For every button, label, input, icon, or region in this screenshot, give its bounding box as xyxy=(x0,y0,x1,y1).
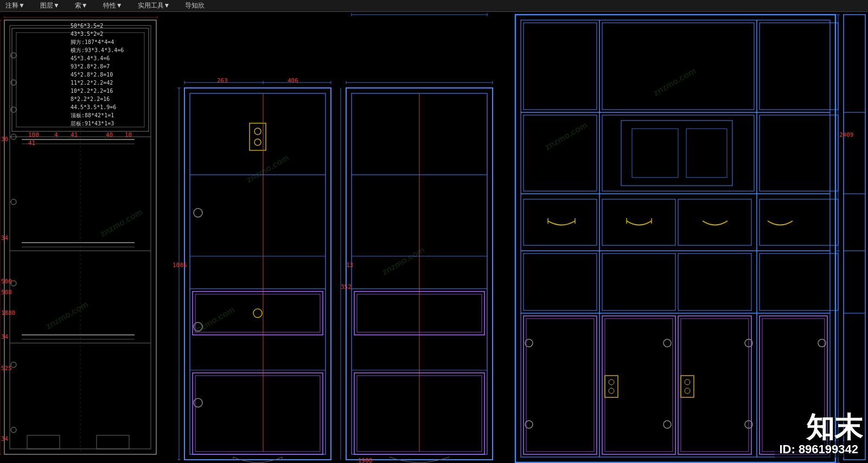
svg-rect-106 xyxy=(602,316,675,454)
svg-point-48 xyxy=(194,398,202,407)
svg-rect-50 xyxy=(195,294,320,332)
svg-point-125 xyxy=(685,388,690,394)
svg-rect-53 xyxy=(195,376,320,452)
svg-rect-103 xyxy=(760,253,838,310)
svg-point-124 xyxy=(685,379,690,385)
svg-point-114 xyxy=(663,339,671,347)
dim-4: 4 xyxy=(54,131,58,138)
dim-1086: 1086 xyxy=(173,262,187,269)
cad-canvas[interactable]: 50*6*3.5=2 43*3.5*2=2 脚方:187*4*4=4 横方:93… xyxy=(0,12,868,463)
svg-rect-93 xyxy=(678,199,751,245)
dim-263: 263 xyxy=(217,77,228,84)
svg-rect-94 xyxy=(760,199,838,245)
brand-name: 知末 xyxy=(775,413,863,441)
svg-rect-100 xyxy=(524,253,597,310)
svg-rect-86 xyxy=(621,120,732,186)
dim-side-508: 508 xyxy=(1,289,12,296)
svg-rect-109 xyxy=(681,319,749,452)
dim-100: 100 xyxy=(28,131,39,138)
dim-10: 10 xyxy=(125,131,132,138)
svg-rect-108 xyxy=(678,316,751,454)
dim-side-top: 30 xyxy=(1,136,8,143)
dim-41b: 41 xyxy=(71,131,78,138)
svg-point-8 xyxy=(11,199,16,205)
toolbar-index[interactable]: 索▼ xyxy=(72,0,91,11)
svg-point-44 xyxy=(254,128,261,135)
svg-rect-52 xyxy=(193,373,323,454)
toolbar: 注释▼ 图层▼ 索▼ 特性▼ 实用工具▼ 导知欣 xyxy=(0,0,868,12)
dim-side-34b: 34 xyxy=(1,333,8,340)
dim-406: 406 xyxy=(288,77,298,84)
dim-40: 40 xyxy=(106,131,113,138)
dim-2409: 2409 xyxy=(839,131,854,138)
svg-rect-79 xyxy=(524,23,597,110)
svg-rect-123 xyxy=(681,376,694,397)
svg-point-121 xyxy=(609,379,614,385)
svg-rect-105 xyxy=(526,319,594,452)
branding-block: 知末 ID: 896199342 xyxy=(775,413,863,458)
brand-id: ID: 896199342 xyxy=(775,441,863,458)
svg-point-45 xyxy=(254,139,261,145)
svg-rect-22 xyxy=(27,435,60,449)
svg-rect-81 xyxy=(760,23,838,110)
svg-rect-83 xyxy=(524,115,597,191)
svg-point-46 xyxy=(194,208,202,217)
svg-rect-104 xyxy=(524,316,597,454)
dim-side-34a: 34 xyxy=(1,234,8,242)
svg-rect-120 xyxy=(605,376,618,397)
dim-side-1880: 1880 xyxy=(1,309,16,316)
svg-rect-102 xyxy=(678,253,751,310)
svg-point-11 xyxy=(11,427,16,433)
svg-rect-107 xyxy=(605,319,673,452)
toolbar-annotation[interactable]: 注释▼ xyxy=(2,0,28,11)
svg-rect-92 xyxy=(602,199,675,245)
svg-rect-85 xyxy=(760,115,838,191)
svg-rect-23 xyxy=(97,435,129,449)
dim-41a: 41 xyxy=(28,139,35,147)
svg-point-122 xyxy=(609,388,614,394)
dim-side-525: 525 xyxy=(1,365,12,372)
dim-side-500: 500 xyxy=(1,278,12,285)
svg-rect-88 xyxy=(686,129,727,177)
svg-rect-31 xyxy=(190,93,326,454)
dim-13: 13 xyxy=(346,262,353,269)
svg-point-115 xyxy=(663,421,671,428)
svg-rect-87 xyxy=(632,129,678,177)
toolbar-layer[interactable]: 图层▼ xyxy=(37,0,63,11)
toolbar-utility[interactable]: 实用工具▼ xyxy=(135,0,174,11)
dim-side-34c: 34 xyxy=(1,435,8,442)
dim-352: 352 xyxy=(341,283,352,290)
bom-text-block: 50*6*3.5=2 43*3.5*2=2 脚方:187*4*4=4 横方:93… xyxy=(71,22,124,128)
svg-rect-130 xyxy=(844,15,865,460)
svg-rect-30 xyxy=(184,88,331,460)
svg-rect-101 xyxy=(602,253,675,310)
svg-rect-49 xyxy=(193,291,323,335)
svg-rect-80 xyxy=(602,23,754,110)
toolbar-properties[interactable]: 特性▼ xyxy=(100,0,126,11)
svg-rect-91 xyxy=(524,199,597,245)
dim-1908: 1908 xyxy=(358,457,373,463)
svg-point-47 xyxy=(194,322,202,331)
toolbar-export[interactable]: 导知欣 xyxy=(182,0,208,11)
svg-point-51 xyxy=(253,309,262,318)
